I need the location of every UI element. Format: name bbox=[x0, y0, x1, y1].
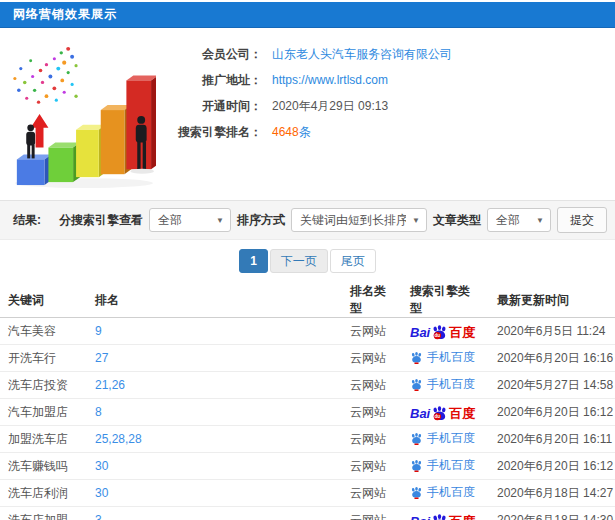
rank-link[interactable]: 30 bbox=[95, 459, 108, 473]
table-row: 洗车店利润 30 云网站 手机百度 2020年6月18日 14:27 bbox=[0, 480, 615, 507]
confetti-dots bbox=[13, 47, 77, 104]
updated-cell: 2020年5月27日 14:58 bbox=[489, 372, 615, 399]
rank-type-cell: 云网站 bbox=[342, 318, 402, 345]
chevron-down-icon: ▼ bbox=[530, 216, 544, 225]
promo-url-link[interactable]: https://www.lrtlsd.com bbox=[272, 73, 388, 87]
rank-cell: 21,26 bbox=[87, 372, 342, 399]
rank-link[interactable]: 30 bbox=[95, 486, 108, 500]
mobile-baidu-badge: 手机百度 bbox=[410, 457, 475, 474]
rank-cell: 8 bbox=[87, 399, 342, 426]
keyword-cell: 汽车加盟店 bbox=[0, 399, 87, 426]
keyword-cell: 加盟洗车店 bbox=[0, 426, 87, 453]
sort-select[interactable]: 关键词由短到长排序 ▼ bbox=[291, 208, 427, 232]
table-header-row: 关键词 排名 排名类型 搜索引擎类型 最新更新时间 bbox=[0, 283, 615, 318]
engine-cell: Bai du 百度 bbox=[402, 318, 489, 345]
table-row: 加盟洗车店 25,28,28 云网站 手机百度 2020年6月20日 16:11 bbox=[0, 426, 615, 453]
rank-count-unit: 条 bbox=[299, 125, 311, 139]
table-row: 开洗车行 27 云网站 手机百度 2020年6月20日 16:16 bbox=[0, 345, 615, 372]
promo-url-row: 推广地址： https://www.lrtlsd.com bbox=[168, 67, 605, 93]
baidu-logo-bai: Bai bbox=[410, 407, 430, 420]
mobile-baidu-paw-icon bbox=[410, 486, 423, 499]
rank-link[interactable]: 25,28,28 bbox=[95, 432, 142, 446]
rank-type-cell: 云网站 bbox=[342, 453, 402, 480]
table-row: 洗车赚钱吗 30 云网站 手机百度 2020年6月20日 16:12 bbox=[0, 453, 615, 480]
promo-url-label: 推广地址： bbox=[168, 72, 262, 89]
col-header-engine-type: 搜索引擎类型 bbox=[402, 283, 489, 318]
rank-link[interactable]: 8 bbox=[95, 405, 102, 419]
engine-filter-value: 全部 bbox=[158, 212, 182, 229]
baidu-paw-icon: du bbox=[431, 513, 448, 520]
company-link[interactable]: 山东老人头汽车服务咨询有限公司 bbox=[272, 46, 452, 63]
baidu-logo: Bai du 百度 bbox=[410, 511, 475, 520]
mobile-baidu-label: 手机百度 bbox=[427, 349, 475, 366]
article-type-value: 全部 bbox=[496, 212, 520, 229]
table-row: 汽车加盟店 8 云网站 Bai du 百度 2020年6 bbox=[0, 399, 615, 426]
sort-label: 排序方式 bbox=[237, 212, 285, 229]
results-table-wrap: 关键词 排名 排名类型 搜索引擎类型 最新更新时间 汽车美容 9 云网站 Bai bbox=[0, 283, 615, 520]
rank-cell: 30 bbox=[87, 453, 342, 480]
keyword-cell: 洗车店利润 bbox=[0, 480, 87, 507]
mobile-baidu-paw-icon bbox=[410, 459, 423, 472]
rank-link[interactable]: 21,26 bbox=[95, 378, 125, 392]
bar-green bbox=[48, 143, 80, 182]
rank-link[interactable]: 9 bbox=[95, 324, 102, 338]
company-label: 会员公司： bbox=[168, 46, 262, 63]
updated-cell: 2020年6月20日 16:16 bbox=[489, 345, 615, 372]
chevron-down-icon: ▼ bbox=[210, 216, 224, 225]
rank-type-cell: 云网站 bbox=[342, 426, 402, 453]
page-button-current[interactable]: 1 bbox=[239, 249, 268, 273]
page: 网络营销效果展示 bbox=[0, 2, 615, 520]
baidu-logo-cn: 百度 bbox=[449, 326, 475, 339]
rank-type-cell: 云网站 bbox=[342, 372, 402, 399]
svg-text:du: du bbox=[435, 333, 441, 338]
engine-filter-select[interactable]: 全部 ▼ bbox=[149, 208, 231, 232]
mobile-baidu-badge: 手机百度 bbox=[410, 376, 475, 393]
article-type-select[interactable]: 全部 ▼ bbox=[487, 208, 551, 232]
mobile-baidu-paw-icon bbox=[410, 378, 423, 391]
engine-rank-row: 搜索引擎排名： 4648条 bbox=[168, 119, 605, 145]
top-title-bar: 网络营销效果展示 bbox=[0, 2, 615, 28]
engine-rank-label: 搜索引擎排名： bbox=[168, 124, 262, 141]
open-time-value: 2020年4月29日 09:13 bbox=[272, 98, 388, 115]
mobile-baidu-label: 手机百度 bbox=[427, 457, 475, 474]
member-info-list: 会员公司： 山东老人头汽车服务咨询有限公司 推广地址： https://www.… bbox=[168, 39, 605, 145]
rank-type-cell: 云网站 bbox=[342, 480, 402, 507]
mobile-baidu-badge: 手机百度 bbox=[410, 430, 475, 447]
pagination: 1 下一页 尾页 bbox=[0, 249, 615, 273]
engine-cell: 手机百度 bbox=[402, 453, 489, 480]
last-page-button[interactable]: 尾页 bbox=[330, 249, 376, 273]
col-header-updated: 最新更新时间 bbox=[489, 283, 615, 318]
keyword-cell: 洗车赚钱吗 bbox=[0, 453, 87, 480]
engine-cell: Bai du 百度 bbox=[402, 507, 489, 520]
open-time-row: 开通时间： 2020年4月29日 09:13 bbox=[168, 93, 605, 119]
mobile-baidu-label: 手机百度 bbox=[427, 376, 475, 393]
chevron-down-icon: ▼ bbox=[406, 216, 420, 225]
rank-cell: 27 bbox=[87, 345, 342, 372]
filters-group: 分搜索引擎查看 全部 ▼ 排序方式 关键词由短到长排序 ▼ 文章类型 全部 ▼ … bbox=[59, 207, 607, 233]
mobile-baidu-label: 手机百度 bbox=[427, 430, 475, 447]
rank-type-cell: 云网站 bbox=[342, 507, 402, 520]
engine-cell: 手机百度 bbox=[402, 345, 489, 372]
rank-count: 4648 bbox=[272, 125, 299, 139]
results-table-body: 汽车美容 9 云网站 Bai du 百度 2020年6月 bbox=[0, 318, 615, 520]
mobile-baidu-paw-icon bbox=[410, 432, 423, 445]
updated-cell: 2020年6月20日 16:12 bbox=[489, 399, 615, 426]
page-title: 网络营销效果展示 bbox=[0, 6, 117, 23]
keyword-cell: 开洗车行 bbox=[0, 345, 87, 372]
rank-link[interactable]: 27 bbox=[95, 351, 108, 365]
baidu-logo-bai: Bai bbox=[410, 326, 430, 339]
table-row: 汽车美容 9 云网站 Bai du 百度 2020年6月 bbox=[0, 318, 615, 345]
rank-link[interactable]: 3 bbox=[95, 513, 102, 520]
member-info-section: 会员公司： 山东老人头汽车服务咨询有限公司 推广地址： https://www.… bbox=[0, 28, 615, 191]
keyword-cell: 洗车店投资 bbox=[0, 372, 87, 399]
mobile-baidu-paw-icon bbox=[410, 351, 423, 364]
baidu-logo: Bai du 百度 bbox=[410, 403, 475, 420]
submit-button[interactable]: 提交 bbox=[557, 207, 607, 233]
bar-blue bbox=[17, 154, 52, 185]
growth-bar-chart-illustration bbox=[6, 39, 156, 189]
rank-cell: 25,28,28 bbox=[87, 426, 342, 453]
col-header-rank: 排名 bbox=[87, 283, 342, 318]
engine-cell: 手机百度 bbox=[402, 372, 489, 399]
next-page-button[interactable]: 下一页 bbox=[270, 249, 328, 273]
baidu-paw-icon: du bbox=[431, 405, 448, 422]
